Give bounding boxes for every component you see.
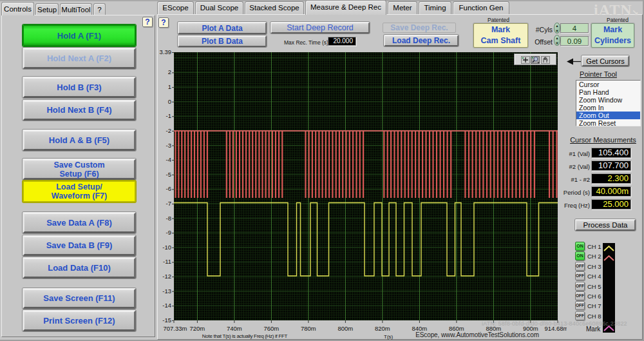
svg-text:0: 0 [168, 98, 171, 105]
svg-text:2: 2 [168, 68, 171, 75]
svg-text:-9: -9 [166, 229, 171, 236]
svg-text:-6: -6 [166, 185, 171, 192]
svg-text:840m: 840m [412, 325, 428, 332]
svg-text:-2: -2 [166, 127, 171, 134]
svg-text:707.33m: 707.33m [164, 325, 187, 332]
svg-text:800m: 800m [338, 325, 354, 332]
svg-text:780m: 780m [301, 325, 316, 332]
svg-text:-7: -7 [166, 200, 171, 207]
svg-text:-15: -15 [162, 317, 171, 324]
svg-text:760m: 760m [264, 325, 279, 332]
svg-text:1: 1 [168, 83, 171, 90]
svg-text:740m: 740m [227, 325, 242, 332]
svg-text:-8: -8 [166, 215, 171, 222]
svg-text:-5: -5 [166, 171, 171, 178]
svg-text:-14: -14 [162, 302, 171, 309]
svg-text:-10: -10 [162, 244, 171, 251]
svg-text:720m: 720m [190, 325, 205, 332]
svg-text:-12: -12 [162, 273, 171, 280]
svg-text:-4: -4 [166, 156, 171, 163]
svg-text:-1: -1 [166, 112, 171, 119]
svg-text:860m: 860m [449, 325, 464, 332]
svg-text:-3: -3 [166, 142, 171, 149]
svg-text:820m: 820m [375, 325, 390, 332]
svg-text:-11: -11 [163, 258, 171, 265]
svg-text:-13: -13 [162, 287, 171, 295]
svg-text:3.39: 3.39 [160, 49, 172, 55]
